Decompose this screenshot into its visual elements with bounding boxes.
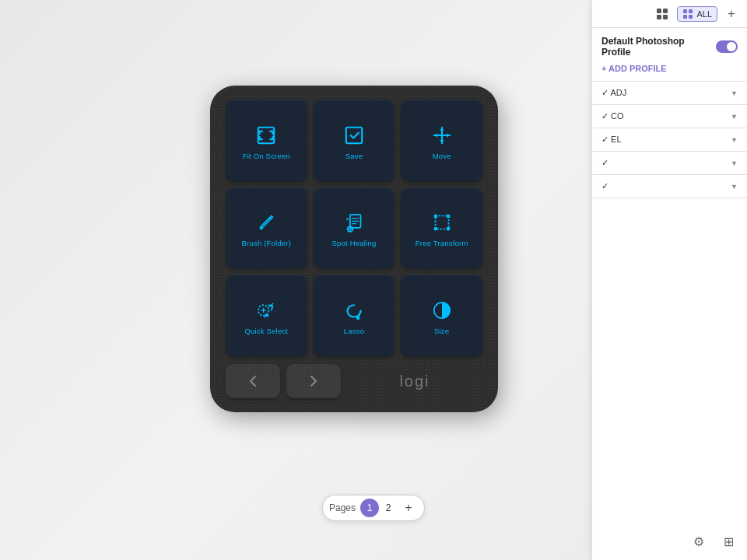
section-co[interactable]: ✓ CO ▼ bbox=[592, 105, 747, 128]
profile-name: Default Photoshop Profile bbox=[601, 36, 716, 58]
svg-rect-16 bbox=[433, 227, 437, 230]
lasso-label: Lasso bbox=[344, 327, 364, 335]
svg-rect-1 bbox=[663, 9, 668, 13]
section-5[interactable]: ✓ ▼ bbox=[592, 175, 747, 198]
chevron-down-icon: ▼ bbox=[731, 113, 738, 121]
quick-select-button[interactable]: Quick Select bbox=[226, 275, 307, 356]
svg-point-19 bbox=[266, 314, 268, 317]
quick-select-label: Quick Select bbox=[244, 327, 288, 335]
bottom-icons: ⚙ ⊞ bbox=[688, 530, 739, 552]
section-4[interactable]: ✓ ▼ bbox=[592, 152, 747, 175]
svg-rect-13 bbox=[435, 216, 448, 229]
right-panel: ALL + Default Photoshop Profile + ADD PR… bbox=[591, 0, 747, 560]
svg-point-20 bbox=[356, 317, 359, 320]
svg-rect-3 bbox=[663, 15, 668, 19]
button-grid: Fit On Screen Save Move Brush bbox=[226, 100, 482, 356]
pages-label: Pages bbox=[329, 502, 356, 513]
svg-rect-9 bbox=[346, 127, 362, 142]
profile-toggle[interactable] bbox=[716, 40, 738, 53]
add-page-button[interactable]: + bbox=[399, 499, 418, 517]
profile-row: Default Photoshop Profile bbox=[601, 36, 738, 58]
settings-icon[interactable]: ⚙ bbox=[688, 530, 710, 552]
svg-rect-14 bbox=[433, 215, 437, 218]
brush-button[interactable]: Brush (Folder) bbox=[226, 187, 307, 269]
section-4-label: ✓ bbox=[601, 158, 608, 168]
add-profile-button[interactable]: + ADD PROFILE bbox=[601, 64, 738, 73]
size-button[interactable]: Size bbox=[401, 275, 482, 356]
svg-rect-17 bbox=[447, 227, 450, 230]
spot-healing-button[interactable]: Spot Healing bbox=[314, 187, 395, 269]
svg-point-10 bbox=[261, 227, 263, 229]
move-button[interactable]: Move bbox=[401, 100, 482, 181]
free-transform-button[interactable]: Free Transform bbox=[401, 187, 482, 269]
fit-on-screen-button[interactable]: Fit On Screen bbox=[226, 100, 307, 181]
chevron-down-icon: ▼ bbox=[731, 159, 738, 167]
svg-rect-0 bbox=[657, 9, 661, 13]
section-5-label: ✓ bbox=[601, 181, 608, 191]
svg-rect-15 bbox=[447, 215, 450, 218]
save-button[interactable]: Save bbox=[314, 100, 395, 181]
svg-rect-4 bbox=[683, 9, 687, 13]
svg-rect-7 bbox=[689, 15, 693, 19]
chevron-down-icon: ▼ bbox=[731, 183, 738, 191]
svg-rect-5 bbox=[689, 9, 693, 13]
chevron-down-icon: ▼ bbox=[731, 136, 738, 144]
section-el[interactable]: ✓ EL ▼ bbox=[592, 128, 747, 152]
brush-label: Brush (Folder) bbox=[242, 239, 292, 247]
pages-bar: Pages 1 2 + bbox=[322, 495, 425, 521]
svg-rect-6 bbox=[683, 15, 687, 19]
page-2-button[interactable]: 2 bbox=[379, 499, 398, 517]
svg-rect-2 bbox=[657, 15, 661, 19]
logi-device: Fit On Screen Save Move Brush bbox=[210, 86, 498, 412]
next-button[interactable] bbox=[286, 364, 341, 398]
free-transform-label: Free Transform bbox=[416, 239, 468, 247]
section-el-label: ✓ EL bbox=[601, 135, 622, 145]
svg-rect-8 bbox=[258, 127, 274, 142]
grid-view-icon[interactable] bbox=[654, 5, 671, 23]
tab-label: ALL bbox=[696, 9, 712, 19]
prev-button[interactable] bbox=[226, 364, 280, 398]
size-label: Size bbox=[434, 327, 449, 335]
grid-icon[interactable]: ⊞ bbox=[717, 530, 739, 552]
section-adj[interactable]: ✓ ADJ ▼ bbox=[592, 82, 747, 105]
lasso-button[interactable]: Lasso bbox=[314, 275, 395, 356]
logi-logo: logi bbox=[347, 371, 482, 391]
active-tab[interactable]: ALL bbox=[677, 6, 717, 22]
profile-section: Default Photoshop Profile + ADD PROFILE bbox=[592, 28, 747, 82]
section-co-label: ✓ CO bbox=[601, 111, 624, 121]
move-label: Move bbox=[433, 152, 451, 160]
chevron-down-icon: ▼ bbox=[731, 89, 738, 97]
nav-row: logi bbox=[226, 364, 482, 398]
fit-on-screen-label: Fit On Screen bbox=[243, 152, 290, 160]
save-label: Save bbox=[345, 152, 363, 160]
page-1-button[interactable]: 1 bbox=[360, 499, 379, 517]
section-adj-label: ✓ ADJ bbox=[601, 88, 626, 98]
add-tab-button[interactable]: + bbox=[724, 6, 739, 22]
spot-healing-label: Spot Healing bbox=[332, 239, 377, 247]
top-bar: ALL + bbox=[592, 0, 747, 28]
